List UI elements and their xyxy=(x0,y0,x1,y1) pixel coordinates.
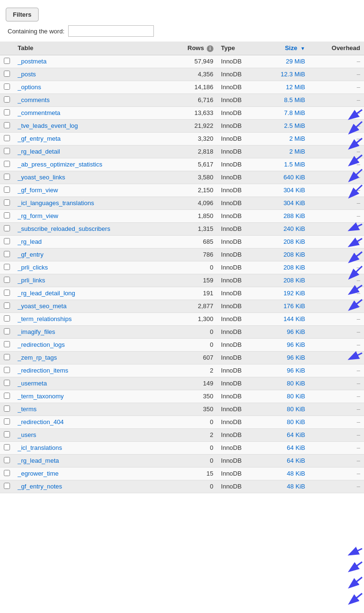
row-table-name[interactable]: _subscribe_reloaded_subscribers xyxy=(14,222,166,235)
row-checkbox[interactable] xyxy=(4,418,10,425)
row-table-name[interactable]: _icl_translations xyxy=(14,441,166,454)
row-table-name[interactable]: _rg_lead_detail xyxy=(14,145,166,158)
row-checkbox[interactable] xyxy=(4,393,10,399)
row-table-name[interactable]: _yoast_seo_meta xyxy=(14,300,166,312)
row-table-name[interactable]: _redirection_404 xyxy=(14,416,166,428)
row-checkbox[interactable] xyxy=(4,367,10,373)
row-table-name[interactable]: _rg_form_view xyxy=(14,209,166,222)
row-checkbox[interactable] xyxy=(4,71,10,77)
row-checkbox[interactable] xyxy=(4,187,10,193)
row-type: InnoDB xyxy=(217,184,260,197)
row-checkbox[interactable] xyxy=(4,444,10,450)
row-checkbox-cell xyxy=(0,403,14,416)
row-checkbox[interactable] xyxy=(4,354,10,360)
row-type: InnoDB xyxy=(217,416,260,428)
row-checkbox[interactable] xyxy=(4,302,10,309)
row-checkbox-cell xyxy=(0,428,14,441)
row-table-name[interactable]: _options xyxy=(14,81,166,94)
row-checkbox[interactable] xyxy=(4,341,10,347)
row-type: InnoDB xyxy=(217,428,260,441)
row-table-name[interactable]: _term_relationships xyxy=(14,312,166,325)
row-table-name[interactable]: _gf_form_view xyxy=(14,184,166,197)
row-checkbox[interactable] xyxy=(4,109,10,115)
col-header-table[interactable]: Table xyxy=(14,42,166,55)
row-table-name[interactable]: _commentmeta xyxy=(14,106,166,119)
row-checkbox[interactable] xyxy=(4,470,10,476)
row-checkbox-cell xyxy=(0,209,14,222)
row-table-name[interactable]: _ab_press_optimizer_statistics xyxy=(14,158,166,171)
rows-info-icon[interactable]: i xyxy=(207,45,213,52)
row-count: 2,877 xyxy=(166,300,217,312)
row-checkbox[interactable] xyxy=(4,431,10,437)
row-overhead: – xyxy=(309,197,364,209)
row-table-name[interactable]: _yoast_seo_links xyxy=(14,171,166,184)
row-count: 350 xyxy=(166,403,217,416)
row-table-name[interactable]: _gf_entry_meta xyxy=(14,132,166,145)
row-checkbox[interactable] xyxy=(4,212,10,218)
row-table-name[interactable]: _terms xyxy=(14,403,166,416)
row-checkbox[interactable] xyxy=(4,161,10,167)
row-table-name[interactable]: _prli_links xyxy=(14,274,166,287)
table-row: _redirection_logs0InnoDB96 KiB– xyxy=(0,338,364,351)
row-overhead: – xyxy=(309,364,364,377)
row-checkbox[interactable] xyxy=(4,251,10,257)
row-checkbox[interactable] xyxy=(4,457,10,463)
row-size: 48 KiB xyxy=(260,467,309,480)
filter-row: Containing the word: xyxy=(6,25,358,37)
row-checkbox[interactable] xyxy=(4,135,10,141)
col-header-rows[interactable]: Rows i xyxy=(166,42,217,55)
row-table-name[interactable]: _posts xyxy=(14,68,166,81)
row-checkbox[interactable] xyxy=(4,238,10,244)
row-table-name[interactable]: _users xyxy=(14,428,166,441)
row-table-name[interactable]: _rg_lead_detail_long xyxy=(14,287,166,300)
row-table-name[interactable]: _gf_entry xyxy=(14,248,166,261)
row-size: 96 KiB xyxy=(260,364,309,377)
row-checkbox[interactable] xyxy=(4,264,10,270)
row-table-name[interactable]: _usermeta xyxy=(14,377,166,390)
table-row: _commentmeta13,633InnoDB7.8 MiB– xyxy=(0,106,364,119)
row-table-name[interactable]: _term_taxonomy xyxy=(14,390,166,403)
row-checkbox-cell xyxy=(0,416,14,428)
row-size: 304 KiB xyxy=(260,197,309,209)
row-checkbox[interactable] xyxy=(4,148,10,154)
row-overhead: – xyxy=(309,300,364,312)
row-table-name[interactable]: _tve_leads_event_log xyxy=(14,119,166,132)
table-row: _usermeta149InnoDB80 KiB– xyxy=(0,377,364,390)
row-checkbox[interactable] xyxy=(4,58,10,64)
row-checkbox[interactable] xyxy=(4,96,10,103)
row-table-name[interactable]: _gf_entry_notes xyxy=(14,480,166,493)
row-overhead: – xyxy=(309,338,364,351)
row-overhead: – xyxy=(309,274,364,287)
filter-input[interactable] xyxy=(68,25,154,37)
row-table-name[interactable]: _zem_rp_tags xyxy=(14,351,166,364)
row-table-name[interactable]: _redirection_items xyxy=(14,364,166,377)
svg-line-16 xyxy=(350,593,362,603)
row-checkbox[interactable] xyxy=(4,174,10,180)
row-checkbox[interactable] xyxy=(4,315,10,322)
row-table-name[interactable]: _rg_lead xyxy=(14,235,166,248)
row-checkbox[interactable] xyxy=(4,328,10,334)
row-count: 1,315 xyxy=(166,222,217,235)
row-table-name[interactable]: _icl_languages_translations xyxy=(14,197,166,209)
row-checkbox[interactable] xyxy=(4,199,10,206)
row-size: 640 KiB xyxy=(260,171,309,184)
col-header-size[interactable]: Size ▼ xyxy=(260,42,309,55)
row-table-name[interactable]: _rg_lead_meta xyxy=(14,454,166,467)
row-table-name[interactable]: _comments xyxy=(14,94,166,106)
row-checkbox[interactable] xyxy=(4,483,10,489)
row-checkbox[interactable] xyxy=(4,122,10,128)
row-table-name[interactable]: _imagify_files xyxy=(14,325,166,338)
row-checkbox[interactable] xyxy=(4,380,10,386)
row-checkbox[interactable] xyxy=(4,225,10,231)
row-table-name[interactable]: _egrower_time xyxy=(14,467,166,480)
row-checkbox[interactable] xyxy=(4,277,10,283)
row-checkbox[interactable] xyxy=(4,405,10,412)
row-table-name[interactable]: _postmeta xyxy=(14,55,166,68)
row-checkbox-cell xyxy=(0,312,14,325)
table-header-row: Table Rows i Type Size ▼ Overhead xyxy=(0,42,364,55)
row-checkbox[interactable] xyxy=(4,83,10,90)
row-table-name[interactable]: _prli_clicks xyxy=(14,261,166,274)
row-overhead: – xyxy=(309,55,364,68)
row-table-name[interactable]: _redirection_logs xyxy=(14,338,166,351)
row-checkbox[interactable] xyxy=(4,290,10,296)
